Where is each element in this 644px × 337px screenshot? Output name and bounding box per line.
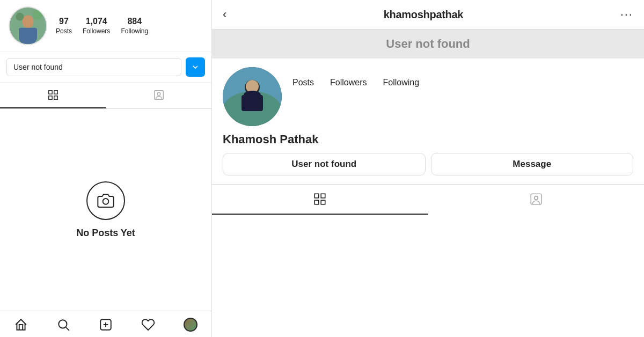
right-followers-label: Followers bbox=[330, 78, 367, 87]
followers-count: 1,074 bbox=[86, 17, 107, 26]
not-found-banner-text: User not found bbox=[386, 37, 470, 50]
tab-grid-right[interactable] bbox=[212, 185, 428, 215]
heart-nav-icon[interactable] bbox=[141, 318, 155, 332]
svg-point-29 bbox=[535, 196, 538, 200]
posts-count: 97 bbox=[59, 17, 69, 26]
svg-rect-7 bbox=[54, 91, 57, 94]
followers-stat: 1,074 Followers bbox=[83, 17, 110, 35]
tab-tagged-right[interactable] bbox=[428, 185, 645, 215]
svg-rect-6 bbox=[48, 91, 52, 94]
right-tabs bbox=[212, 184, 644, 215]
camera-circle bbox=[86, 181, 125, 220]
right-following-label: Following bbox=[383, 78, 419, 87]
followers-label: Followers bbox=[83, 27, 110, 35]
avatar-left bbox=[9, 6, 47, 45]
no-posts-area: No Posts Yet bbox=[0, 109, 211, 311]
search-bar-row bbox=[0, 52, 211, 83]
full-name: Khamosh Pathak bbox=[212, 133, 644, 153]
right-posts-label: Posts bbox=[292, 78, 314, 87]
search-input[interactable] bbox=[6, 58, 181, 76]
posts-stat: 97 Posts bbox=[56, 17, 72, 35]
grid-icon-right bbox=[313, 192, 327, 206]
add-icon bbox=[99, 318, 113, 332]
person-tag-icon bbox=[153, 89, 165, 101]
following-count: 884 bbox=[127, 17, 142, 26]
right-posts-stat: Posts bbox=[292, 78, 314, 87]
svg-rect-27 bbox=[321, 200, 325, 204]
right-avatar bbox=[223, 67, 282, 126]
profile-nav-avatar[interactable] bbox=[184, 318, 197, 332]
right-followers-stat: Followers bbox=[330, 78, 367, 87]
right-panel: ‹ khamoshpathak ··· User not found bbox=[212, 0, 644, 337]
tab-grid-left[interactable] bbox=[0, 83, 106, 108]
svg-rect-24 bbox=[315, 194, 319, 198]
svg-point-11 bbox=[157, 92, 160, 96]
svg-point-13 bbox=[59, 320, 67, 328]
heart-icon bbox=[141, 318, 155, 332]
tab-tagged-left[interactable] bbox=[106, 83, 211, 108]
profile-section: Posts Followers Following bbox=[212, 58, 644, 133]
svg-point-4 bbox=[16, 12, 24, 20]
search-icon bbox=[56, 318, 70, 332]
grid-icon bbox=[47, 89, 59, 101]
search-button[interactable] bbox=[186, 57, 205, 77]
more-options-button[interactable]: ··· bbox=[620, 8, 633, 21]
search-nav-icon[interactable] bbox=[56, 318, 70, 332]
posts-label: Posts bbox=[56, 27, 72, 35]
bottom-nav bbox=[0, 311, 211, 337]
add-nav-icon[interactable] bbox=[99, 318, 113, 332]
svg-rect-3 bbox=[19, 28, 37, 39]
svg-point-23 bbox=[244, 91, 261, 99]
svg-line-14 bbox=[66, 327, 69, 331]
svg-rect-25 bbox=[321, 194, 325, 198]
chevron-down-icon bbox=[191, 63, 200, 71]
following-stat: 884 Following bbox=[121, 17, 148, 35]
svg-rect-9 bbox=[54, 96, 57, 99]
back-button[interactable]: ‹ bbox=[223, 8, 226, 21]
right-following-stat: Following bbox=[383, 78, 419, 87]
home-nav-icon[interactable] bbox=[14, 318, 28, 332]
following-label: Following bbox=[121, 27, 148, 35]
home-icon bbox=[14, 318, 28, 332]
left-panel: 97 Posts 1,074 Followers 884 Following bbox=[0, 0, 212, 337]
right-header: ‹ khamoshpathak ··· bbox=[212, 0, 644, 30]
svg-rect-8 bbox=[48, 96, 52, 99]
not-found-banner: User not found bbox=[212, 30, 644, 58]
left-stats-row: 97 Posts 1,074 Followers 884 Following bbox=[56, 17, 148, 35]
right-stats: Posts Followers Following bbox=[292, 67, 419, 87]
svg-rect-26 bbox=[315, 200, 319, 204]
user-not-found-button[interactable]: User not found bbox=[223, 153, 426, 175]
svg-point-12 bbox=[103, 199, 109, 204]
svg-point-5 bbox=[33, 10, 43, 20]
person-tag-icon-right bbox=[529, 192, 543, 206]
right-username: khamoshpathak bbox=[384, 9, 463, 21]
message-button[interactable]: Message bbox=[431, 153, 634, 175]
camera-icon bbox=[97, 192, 114, 209]
action-buttons: User not found Message bbox=[212, 153, 644, 184]
svg-point-1 bbox=[23, 15, 34, 28]
left-tabs bbox=[0, 83, 211, 109]
left-header: 97 Posts 1,074 Followers 884 Following bbox=[0, 0, 211, 52]
no-posts-text: No Posts Yet bbox=[76, 228, 135, 239]
